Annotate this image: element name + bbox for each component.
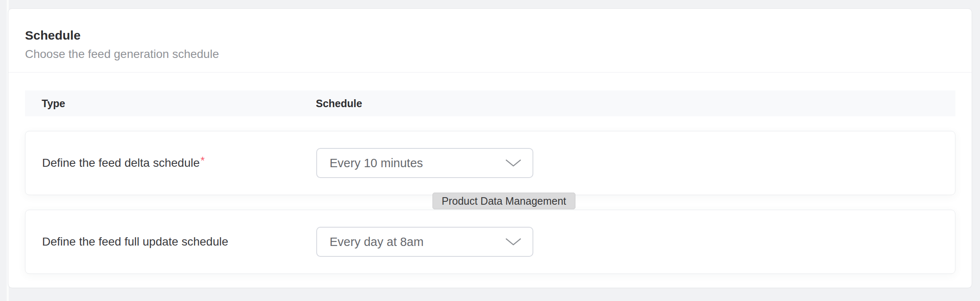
panel-body: Type Schedule Define the feed delta sche… [8, 90, 972, 274]
row-schedule-cell: Every 10 minutes [316, 148, 955, 178]
table-row-delta-schedule: Define the feed delta schedule* Every 10… [25, 131, 955, 195]
row-label-full-update: Define the feed full update schedule [42, 235, 228, 248]
required-asterisk: * [200, 154, 205, 167]
chevron-down-icon [505, 238, 521, 246]
row-label-delta: Define the feed delta schedule [42, 156, 200, 169]
page-subtitle: Choose the feed generation schedule [25, 47, 955, 61]
delta-schedule-dropdown[interactable]: Every 10 minutes [316, 148, 533, 178]
row-type-cell: Define the feed full update schedule [42, 235, 316, 248]
delta-schedule-selected-value: Every 10 minutes [330, 156, 423, 170]
table-row-full-update-schedule: Define the feed full update schedule Eve… [25, 210, 955, 274]
schedule-panel: Schedule Choose the feed generation sche… [8, 8, 972, 288]
column-header-type: Type [42, 98, 316, 110]
full-update-schedule-selected-value: Every day at 8am [330, 235, 424, 249]
chevron-down-icon [505, 159, 521, 167]
column-header-schedule: Schedule [316, 98, 955, 110]
full-update-schedule-dropdown[interactable]: Every day at 8am [316, 227, 533, 257]
row-type-cell: Define the feed delta schedule* [42, 156, 316, 170]
row-schedule-cell: Every day at 8am [316, 227, 955, 257]
page-title: Schedule [25, 28, 955, 43]
tooltip-product-data-management: Product Data Management [432, 193, 575, 209]
table-header-row: Type Schedule [25, 90, 955, 116]
panel-header: Schedule Choose the feed generation sche… [8, 9, 972, 73]
